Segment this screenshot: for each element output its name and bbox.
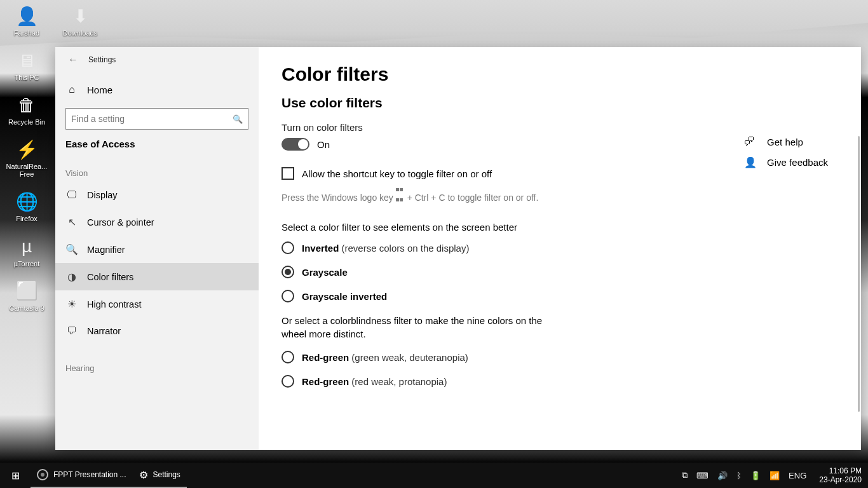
nav-display[interactable]: 🖵 Display bbox=[55, 182, 259, 208]
windows-icon: ⊞ bbox=[11, 470, 20, 482]
desktop-icon-label: Camtasia 9 bbox=[9, 304, 44, 312]
nav-home-label: Home bbox=[87, 85, 112, 95]
colorblind-text: Or select a colorblindness filter to mak… bbox=[281, 314, 548, 341]
radio-redgreen-prot[interactable]: Red-green (red weak, protanopia) bbox=[281, 375, 838, 388]
app-title: Settings bbox=[88, 55, 116, 64]
nav-label: High contrast bbox=[87, 299, 141, 309]
camtasia-icon: ⬜ bbox=[15, 279, 39, 303]
gear-icon: ⚙ bbox=[139, 469, 148, 481]
radio-button[interactable] bbox=[281, 375, 294, 388]
trash-icon: 🗑 bbox=[15, 93, 39, 117]
desktop-icon-downloads[interactable]: ⬇ Downloads bbox=[57, 4, 103, 37]
group-vision: Vision bbox=[55, 149, 259, 182]
nav-cursor[interactable]: ↖ Cursor & pointer bbox=[55, 208, 259, 236]
nav-magnifier[interactable]: 🔍 Magnifier bbox=[55, 236, 259, 263]
firefox-icon: 🌐 bbox=[15, 189, 39, 214]
section-title: Ease of Access bbox=[55, 130, 259, 149]
nav-label: Color filters bbox=[87, 272, 133, 282]
radio-grayscale[interactable]: Grayscale bbox=[281, 266, 838, 278]
shortcut-checkbox[interactable] bbox=[281, 167, 294, 180]
select-filter-text: Select a color filter to see elements on… bbox=[281, 222, 838, 233]
download-icon: ⬇ bbox=[68, 4, 92, 28]
desktop-icon-label: NaturalRea... Free bbox=[4, 163, 50, 178]
taskbar-app-label: Settings bbox=[153, 470, 180, 479]
radio-button[interactable] bbox=[281, 266, 294, 278]
cursor-icon: ↖ bbox=[65, 216, 78, 228]
nav-home[interactable]: ⌂ Home bbox=[55, 78, 259, 102]
radio-button[interactable] bbox=[281, 290, 294, 302]
magnifier-icon: 🔍 bbox=[65, 243, 78, 255]
settings-window: ― ▢ ✕ ← Settings ⌂ Home 🔍 Ease of Access… bbox=[55, 47, 861, 450]
use-heading: Use color filters bbox=[281, 95, 838, 111]
help-column: 🗪 Get help 👤 Give feedback bbox=[744, 136, 828, 168]
nav-label: Magnifier bbox=[87, 245, 125, 255]
shortcut-label: Allow the shortcut key to toggle filter … bbox=[302, 168, 492, 179]
windows-key-icon bbox=[396, 184, 405, 193]
contrast-icon: ☀ bbox=[65, 298, 78, 310]
desktop-icon-user[interactable]: 👤 Farshad bbox=[4, 4, 50, 37]
desktop-icon-recyclebin[interactable]: 🗑 Recycle Bin bbox=[4, 93, 50, 126]
desktop-icon-label: Firefox bbox=[16, 215, 37, 222]
desktop-icon-label: Recycle Bin bbox=[8, 118, 45, 126]
desktop-icon-label: Downloads bbox=[63, 29, 97, 37]
palette-icon: ◑ bbox=[65, 271, 78, 283]
scrollbar[interactable] bbox=[858, 136, 860, 412]
system-tray: ⧉ ⌨ 🔊 ᛒ 🔋 📶 ENG 11:06 PM 23-Apr-2020 bbox=[682, 466, 868, 485]
tray-bluetooth-icon[interactable]: ᛒ bbox=[736, 471, 742, 480]
tray-screen-icon[interactable]: ⧉ bbox=[682, 470, 688, 480]
nav-narrator[interactable]: 🗩 Narrator bbox=[55, 318, 259, 344]
desktop-icon-label: µTorrent bbox=[14, 260, 40, 268]
nav-label: Cursor & pointer bbox=[87, 217, 154, 227]
radio-button[interactable] bbox=[281, 351, 294, 363]
user-icon: 👤 bbox=[15, 4, 39, 28]
taskbar-app-chrome[interactable]: FPPT Presentation ... bbox=[31, 463, 133, 488]
search-input[interactable] bbox=[71, 114, 233, 124]
taskbar: ⊞ FPPT Presentation ... ⚙ Settings ⧉ ⌨ 🔊… bbox=[0, 463, 868, 488]
desktop-icon-camtasia[interactable]: ⬜ Camtasia 9 bbox=[4, 279, 50, 312]
back-button[interactable]: ← bbox=[62, 48, 85, 71]
page-title: Color filters bbox=[281, 64, 838, 85]
search-box[interactable]: 🔍 bbox=[65, 108, 248, 130]
taskbar-app-settings[interactable]: ⚙ Settings bbox=[133, 463, 187, 488]
nav-label: Display bbox=[87, 190, 118, 200]
group-hearing: Hearing bbox=[55, 344, 259, 377]
tray-input-icon[interactable]: ⌨ bbox=[696, 471, 709, 480]
clock-time: 11:06 PM bbox=[819, 466, 862, 475]
bolt-icon: ⚡ bbox=[15, 137, 39, 161]
radio-grayscale-inverted[interactable]: Grayscale inverted bbox=[281, 290, 838, 302]
taskbar-app-label: FPPT Presentation ... bbox=[53, 470, 126, 479]
desktop-icon-label: Farshad bbox=[14, 29, 39, 37]
settings-content: Color filters Use color filters Turn on … bbox=[259, 47, 861, 450]
toggle-label: Turn on color filters bbox=[281, 122, 838, 133]
desktop-icon-naturalreader[interactable]: ⚡ NaturalRea... Free bbox=[4, 137, 50, 178]
nav-label: Narrator bbox=[87, 326, 121, 336]
utorrent-icon: µ bbox=[15, 234, 39, 259]
desktop-icon-firefox[interactable]: 🌐 Firefox bbox=[4, 189, 50, 222]
search-icon: 🔍 bbox=[233, 114, 243, 124]
display-icon: 🖵 bbox=[65, 189, 78, 201]
tray-battery-icon[interactable]: 🔋 bbox=[750, 471, 761, 480]
shortcut-hint: Press the Windows logo key + Ctrl + C to… bbox=[281, 184, 838, 203]
toggle-state: On bbox=[317, 139, 330, 150]
desktop-icon-utorrent[interactable]: µ µTorrent bbox=[4, 234, 50, 268]
titlebar: ← Settings bbox=[55, 47, 259, 72]
give-feedback-link[interactable]: 👤 Give feedback bbox=[744, 156, 828, 168]
nav-high-contrast[interactable]: ☀ High contrast bbox=[55, 290, 259, 318]
clock-date: 23-Apr-2020 bbox=[819, 475, 862, 484]
radio-redgreen-deuter[interactable]: Red-green (green weak, deuteranopia) bbox=[281, 351, 838, 363]
radio-inverted[interactable]: Inverted (reverse colors on the display) bbox=[281, 241, 838, 254]
start-button[interactable]: ⊞ bbox=[0, 463, 31, 488]
get-help-link[interactable]: 🗪 Get help bbox=[744, 136, 828, 147]
nav-color-filters[interactable]: ◑ Color filters bbox=[55, 263, 259, 290]
color-filters-toggle[interactable] bbox=[281, 138, 309, 151]
tray-volume-icon[interactable]: 🔊 bbox=[717, 471, 728, 480]
help-icon: 🗪 bbox=[744, 136, 757, 147]
taskbar-clock[interactable]: 11:06 PM 23-Apr-2020 bbox=[815, 466, 862, 485]
radio-button[interactable] bbox=[281, 241, 294, 254]
tray-language[interactable]: ENG bbox=[789, 471, 806, 480]
settings-sidebar: ← Settings ⌂ Home 🔍 Ease of Access Visio… bbox=[55, 47, 259, 450]
desktop-icon-label: This PC bbox=[14, 74, 39, 81]
desktop-icon-thispc[interactable]: 🖥 This PC bbox=[4, 48, 50, 81]
tray-wifi-icon[interactable]: 📶 bbox=[770, 471, 780, 480]
chrome-icon bbox=[37, 469, 48, 480]
